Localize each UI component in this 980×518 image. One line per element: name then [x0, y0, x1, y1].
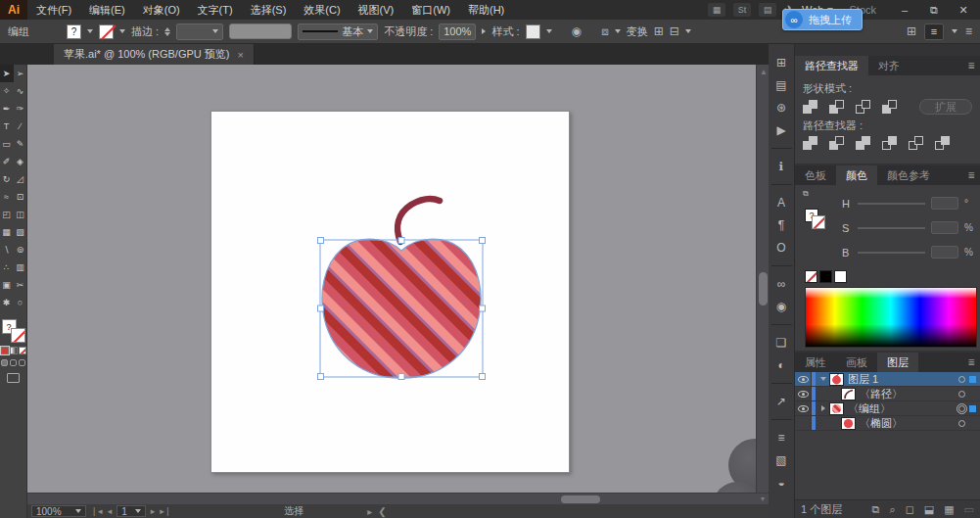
- graph-tool[interactable]: ▥: [14, 259, 27, 276]
- fill-stroke-pair-icon[interactable]: ⧉: [803, 189, 809, 199]
- pen-tool[interactable]: ✒: [0, 100, 14, 118]
- tab-properties[interactable]: 属性: [795, 353, 836, 372]
- gradient-tool[interactable]: ▨: [14, 223, 27, 241]
- eraser-tool[interactable]: ◈: [14, 153, 27, 170]
- unite-icon[interactable]: [803, 100, 819, 115]
- restore-button[interactable]: ⧉: [923, 4, 945, 17]
- layer-name[interactable]: 图层 1: [848, 372, 878, 387]
- visibility-toggle[interactable]: [795, 387, 812, 400]
- menu-file[interactable]: 文件(F): [27, 0, 80, 20]
- status-expand-icon[interactable]: ▸: [367, 506, 372, 517]
- layer-name[interactable]: 〈路径〉: [860, 387, 903, 401]
- tab-pathfinder[interactable]: 路径查找器: [795, 56, 868, 75]
- brightness-value-field[interactable]: [931, 246, 958, 259]
- trim-icon[interactable]: [829, 136, 846, 151]
- stroke-color-swatch[interactable]: [99, 24, 114, 39]
- artboard-number-dropdown[interactable]: 1: [117, 505, 146, 517]
- document-tab[interactable]: 苹果.ai* @ 100% (RGB/GPU 预览) ×: [54, 44, 255, 65]
- layer-thumbnail[interactable]: [841, 388, 856, 400]
- screen-mode-button[interactable]: [7, 373, 20, 383]
- status-collapse-icon[interactable]: ❮: [378, 506, 386, 517]
- make-mask-icon[interactable]: ◻: [906, 503, 914, 516]
- menu-help[interactable]: 帮助(H): [459, 0, 513, 20]
- chevron-down-icon[interactable]: [685, 29, 691, 33]
- draw-inside-mode-icon[interactable]: [19, 359, 25, 366]
- target-circle-icon[interactable]: [958, 391, 965, 398]
- expand-toggle[interactable]: [817, 405, 829, 411]
- brightness-slider[interactable]: [858, 252, 925, 254]
- crop-icon[interactable]: [882, 136, 899, 151]
- control-menu-icon[interactable]: ≡: [965, 24, 972, 38]
- shape-builder-tool[interactable]: ◰: [0, 206, 14, 223]
- divide-icon[interactable]: [803, 136, 819, 151]
- type-tool[interactable]: T: [0, 118, 14, 135]
- line-segment-tool[interactable]: ∕: [14, 118, 27, 135]
- apple-body-shape[interactable]: [322, 239, 481, 378]
- none-swatch[interactable]: [805, 270, 817, 283]
- appearance-panel-icon[interactable]: ◐: [777, 358, 784, 372]
- menu-effect[interactable]: 效果(C): [295, 0, 349, 20]
- transform-label[interactable]: 变换: [627, 24, 648, 39]
- chevron-down-icon[interactable]: [615, 29, 621, 33]
- tab-color-guide[interactable]: 颜色参考: [877, 165, 940, 185]
- target-circle-icon[interactable]: [958, 420, 965, 427]
- color-stroke-proxy[interactable]: [812, 215, 825, 229]
- bridge-icon[interactable]: ▦: [708, 3, 725, 17]
- panel-mode-icon[interactable]: ≡: [924, 24, 944, 40]
- fill-stroke-indicator[interactable]: ?: [2, 319, 25, 343]
- gradient-panel-icon[interactable]: ▧: [775, 453, 786, 467]
- swatches-panel-icon[interactable]: ❏: [776, 336, 787, 350]
- merge-icon[interactable]: [856, 136, 872, 151]
- rotate-tool[interactable]: ↻: [0, 170, 14, 188]
- layer-row-group[interactable]: 〈编组〉: [795, 401, 980, 416]
- export-panel-icon[interactable]: ↗: [776, 395, 786, 408]
- graphic-style-swatch[interactable]: [526, 24, 540, 39]
- previous-artboard-icon[interactable]: ◂: [108, 506, 113, 516]
- play-panel-icon[interactable]: ▶: [776, 123, 785, 137]
- eyedropper-tool[interactable]: ∖: [0, 241, 14, 259]
- stroke-weight-stepper[interactable]: [164, 27, 170, 36]
- visibility-toggle[interactable]: [795, 401, 812, 415]
- width-tool[interactable]: ≈: [0, 188, 14, 206]
- canvas-area[interactable]: ▲ ▾: [27, 65, 769, 504]
- tab-layers[interactable]: 图层: [877, 353, 918, 372]
- opacity-expand-icon[interactable]: [482, 28, 486, 34]
- collect-for-export-icon[interactable]: ⧉: [872, 503, 880, 516]
- saturation-value-field[interactable]: [931, 221, 958, 234]
- free-transform-tool[interactable]: ⊡: [14, 188, 27, 206]
- menu-select[interactable]: 选择(S): [242, 0, 296, 20]
- align-icon[interactable]: ⊞: [654, 24, 664, 38]
- info-panel-icon[interactable]: ℹ: [779, 160, 784, 173]
- first-artboard-icon[interactable]: ❘◂: [91, 506, 103, 516]
- delete-layer-icon[interactable]: ▭: [964, 503, 974, 516]
- minimize-button[interactable]: –: [894, 4, 915, 16]
- direct-selection-tool[interactable]: ➢: [14, 65, 27, 82]
- vertical-scrollbar[interactable]: ▲: [756, 65, 769, 493]
- brush-definition-dropdown[interactable]: [229, 24, 292, 39]
- layer-thumbnail[interactable]: [829, 373, 844, 386]
- menu-type[interactable]: 文字(T): [189, 0, 242, 20]
- tab-align[interactable]: 对齐: [868, 56, 910, 75]
- close-button[interactable]: ✕: [953, 4, 974, 17]
- hand-tool[interactable]: ✱: [0, 294, 14, 311]
- chevron-down-icon[interactable]: [952, 29, 957, 33]
- apple-stem-path[interactable]: [397, 199, 440, 242]
- visibility-toggle[interactable]: [795, 372, 812, 386]
- color-spectrum[interactable]: [805, 287, 977, 348]
- layer-name[interactable]: 〈椭圆〉: [860, 416, 903, 431]
- target-circle-icon[interactable]: [958, 376, 965, 383]
- recolor-artwork-icon[interactable]: ◉: [572, 24, 582, 38]
- chevron-down-icon[interactable]: [119, 29, 125, 33]
- hue-slider[interactable]: [858, 203, 925, 205]
- menu-window[interactable]: 窗口(W): [402, 0, 459, 20]
- visibility-toggle[interactable]: [795, 416, 812, 430]
- hue-value-field[interactable]: [931, 197, 958, 210]
- scale-tool[interactable]: ◿: [14, 170, 27, 188]
- black-swatch[interactable]: [819, 270, 832, 283]
- tab-artboards[interactable]: 画板: [836, 353, 877, 372]
- tab-swatches[interactable]: 色板: [795, 165, 836, 185]
- distribute-icon[interactable]: ⊟: [670, 24, 679, 38]
- draw-behind-mode-icon[interactable]: [10, 359, 17, 366]
- expand-toggle[interactable]: [817, 377, 829, 381]
- color-button[interactable]: [1, 347, 9, 354]
